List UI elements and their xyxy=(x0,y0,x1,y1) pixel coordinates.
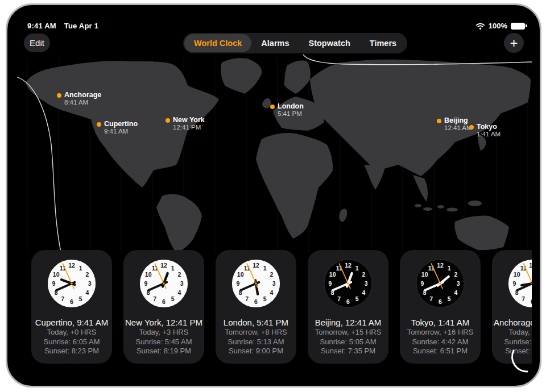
svg-text:12: 12 xyxy=(529,262,532,269)
svg-text:10: 10 xyxy=(421,271,428,278)
city-label: Cupertino9:41 AM xyxy=(104,120,138,135)
city-dot-icon xyxy=(166,118,170,123)
card-day-offset: Tomorrow, +8 HRS xyxy=(225,328,287,337)
card-sunrise: Sunrise: 6:05 AM xyxy=(44,337,100,347)
city-name: New York xyxy=(173,116,205,124)
city-label: New York12:41 PM xyxy=(173,116,205,131)
svg-text:7: 7 xyxy=(429,295,433,302)
world-clock-card-beijing[interactable]: 123456789101112Beijing, 12:41 AMTomorrow… xyxy=(308,250,388,364)
card-day-offset: Tomorrow, +15 HRS xyxy=(315,328,382,337)
svg-text:10: 10 xyxy=(514,271,520,278)
tab-world-clock[interactable]: World Clock xyxy=(184,34,251,52)
svg-text:5: 5 xyxy=(355,295,359,302)
city-time: 8:41 AM xyxy=(64,99,101,106)
svg-text:7: 7 xyxy=(245,295,249,302)
svg-text:1: 1 xyxy=(448,265,451,272)
card-sunrise: Sunrise: 5:45 AM xyxy=(136,337,192,347)
city-dot-icon xyxy=(57,93,61,98)
card-city-time: Anchorage, 8:41 AM xyxy=(494,318,532,327)
city-name: Beijing xyxy=(444,117,472,124)
add-clock-button[interactable]: + xyxy=(504,33,524,53)
svg-text:9: 9 xyxy=(237,280,240,287)
world-clock-card-london[interactable]: 123456789101112London, 5:41 PMTomorrow, … xyxy=(216,250,296,364)
terminator-line-west xyxy=(17,77,61,255)
edit-button[interactable]: Edit xyxy=(24,34,50,52)
svg-text:5: 5 xyxy=(171,295,175,302)
svg-text:6: 6 xyxy=(531,298,532,305)
tab-timers[interactable]: Timers xyxy=(360,34,406,52)
card-city-time: Beijing, 12:41 AM xyxy=(315,318,382,327)
status-bar-left: 9:41 AMTue Apr 1 xyxy=(27,22,106,30)
svg-text:10: 10 xyxy=(53,271,60,278)
svg-text:12: 12 xyxy=(160,262,167,269)
card-sunset: Sunset: 8:23 PM xyxy=(44,347,99,356)
city-label: Anchorage8:41 AM xyxy=(64,91,101,106)
svg-text:4: 4 xyxy=(177,289,181,296)
svg-text:6: 6 xyxy=(439,298,442,305)
continents xyxy=(26,58,531,253)
svg-text:5: 5 xyxy=(263,295,267,302)
card-day-offset: Tomorrow, +16 HRS xyxy=(407,328,474,337)
city-time: 9:41 AM xyxy=(104,128,138,135)
card-city-time: London, 5:41 PM xyxy=(224,318,288,327)
svg-text:12: 12 xyxy=(68,262,75,269)
card-city-time: Cupertino, 9:41 AM xyxy=(35,318,108,327)
svg-text:9: 9 xyxy=(421,280,424,287)
decorative-arc xyxy=(506,343,532,377)
city-dot-icon xyxy=(270,105,275,109)
card-sunrise: Sunrise: 5:05 AM xyxy=(320,337,377,347)
svg-text:10: 10 xyxy=(329,271,336,278)
world-clock-card-tokyo[interactable]: 123456789101112Tokyo, 1:41 AMTomorrow, +… xyxy=(400,250,481,364)
svg-text:5: 5 xyxy=(79,295,82,302)
status-date: Tue Apr 1 xyxy=(64,22,98,30)
svg-text:2: 2 xyxy=(362,271,365,278)
svg-text:1: 1 xyxy=(263,265,267,272)
analog-clock-dark: 123456789101112 xyxy=(323,258,373,308)
svg-text:3: 3 xyxy=(88,280,92,287)
analog-clock-light: 123456789101112 xyxy=(507,258,532,308)
svg-text:6: 6 xyxy=(70,298,73,305)
svg-text:7: 7 xyxy=(153,295,156,302)
status-bar-right: 100% xyxy=(475,22,525,30)
svg-text:6: 6 xyxy=(254,298,258,305)
city-time: 1:41 AM xyxy=(477,131,500,138)
svg-text:3: 3 xyxy=(365,280,368,287)
svg-text:6: 6 xyxy=(162,298,166,305)
city-dot-icon xyxy=(97,122,101,127)
svg-text:12: 12 xyxy=(345,262,351,269)
svg-text:4: 4 xyxy=(362,289,365,296)
svg-text:7: 7 xyxy=(522,295,525,302)
tab-stopwatch[interactable]: Stopwatch xyxy=(299,34,360,52)
svg-text:9: 9 xyxy=(329,280,332,287)
svg-text:12: 12 xyxy=(437,262,444,269)
svg-text:2: 2 xyxy=(177,271,181,278)
city-dot-icon xyxy=(437,119,441,123)
world-clock-card-new-york[interactable]: 123456789101112New York, 12:41 PMToday, … xyxy=(123,250,204,364)
analog-clock-dark: 123456789101112 xyxy=(415,258,465,308)
battery-percent: 100% xyxy=(489,22,507,30)
card-sunset: Sunset: 8:19 PM xyxy=(136,347,191,356)
city-dot-icon xyxy=(469,125,474,130)
svg-text:3: 3 xyxy=(180,280,184,287)
svg-text:2: 2 xyxy=(85,271,89,278)
analog-clock-light: 123456789101112 xyxy=(139,258,189,308)
world-clock-card-cupertino[interactable]: 123456789101112Cupertino, 9:41 AMToday, … xyxy=(31,250,112,364)
card-sunrise: Sunrise: 5:13 AM xyxy=(228,337,284,347)
city-name: Anchorage xyxy=(64,91,101,99)
battery-icon xyxy=(511,23,525,30)
svg-text:1: 1 xyxy=(171,265,175,272)
svg-text:6: 6 xyxy=(346,298,350,305)
svg-text:12: 12 xyxy=(253,262,259,269)
svg-text:9: 9 xyxy=(144,280,148,287)
svg-text:5: 5 xyxy=(448,295,451,302)
clock-app-screen: 9:41 AMTue Apr 1 100% Edit World ClockAl… xyxy=(17,14,532,377)
card-sunset: Sunset: 7:35 PM xyxy=(321,347,375,356)
analog-clock-light: 123456789101112 xyxy=(231,258,281,308)
city-time: 12:41 PM xyxy=(173,124,205,131)
analog-clock-light: 123456789101112 xyxy=(47,258,97,308)
status-time: 9:41 AM xyxy=(27,22,56,30)
card-sunset: Sunset: 6:51 PM xyxy=(413,347,468,356)
tab-alarms[interactable]: Alarms xyxy=(251,34,299,52)
segmented-control: World ClockAlarmsStopwatchTimers xyxy=(183,33,407,53)
svg-text:1: 1 xyxy=(79,265,82,272)
